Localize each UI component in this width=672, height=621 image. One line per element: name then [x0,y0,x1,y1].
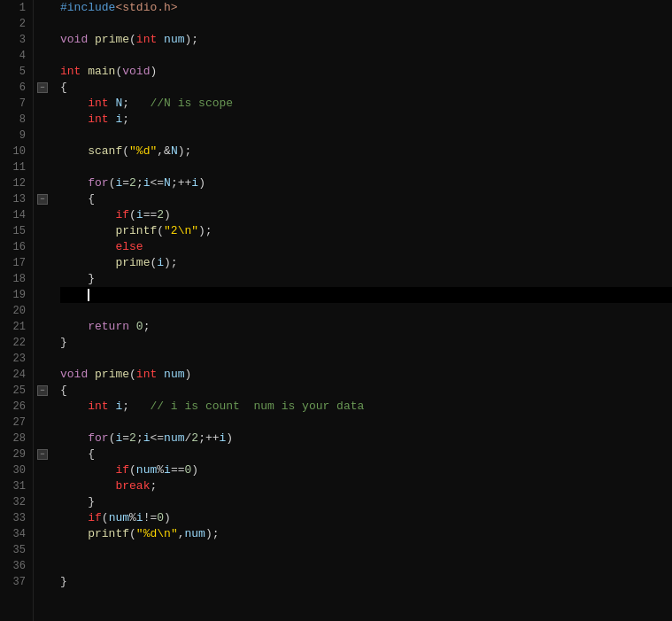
fold-gutter-cell [34,48,51,64]
token-punct: ) [150,65,157,78]
token-plain [60,495,88,508]
token-plain [60,176,88,190]
line-number: 7 [7,96,26,112]
code-line: int i; // i is count num is your data [60,399,672,415]
fold-gutter-cell [34,64,51,80]
token-plain [129,320,136,333]
code-line: void prime(int num); [60,32,672,48]
token-plain [60,224,115,237]
token-punct: } [88,272,95,285]
line-number: 32 [7,494,26,510]
token-punct: ); [205,527,220,540]
token-punct: } [88,495,95,508]
token-plain [60,463,115,477]
code-line: int i; [60,112,672,128]
token-punct: ); [164,256,178,269]
fold-button[interactable]: − [37,82,48,93]
token-punct: ) [226,431,233,445]
token-num: 2 [129,431,136,445]
token-fn-name: scanf [88,144,122,158]
token-kw-int: int [136,33,157,46]
token-comment: //N is scope [150,97,233,110]
line-number: 23 [7,351,26,367]
text-cursor [88,289,89,301]
code-editor[interactable]: 1234567891011121314151617181920212223242… [0,0,672,621]
line-number: 4 [7,48,26,64]
code-line [60,287,672,303]
fold-gutter-cell [34,175,51,191]
token-punct: ) [191,463,198,477]
fold-gutter-cell [34,159,51,175]
token-kw-for: for [88,431,108,445]
code-line [60,159,672,175]
line-number: 14 [7,207,26,223]
token-param: num [136,463,157,477]
token-punct: ; [136,176,143,190]
fold-gutter-cell: − [34,80,51,96]
fold-button[interactable]: − [37,385,48,396]
fold-gutter-cell [34,96,51,112]
token-param: num [164,431,184,445]
code-line: } [60,271,672,287]
token-var-name: i [157,256,164,269]
token-plain [60,400,88,413]
fold-gutter-cell [34,319,51,335]
line-number: 6 [7,80,26,96]
fold-gutter-cell [34,0,51,16]
token-plain [60,431,88,445]
line-number: 27 [7,415,26,431]
code-line [60,351,672,367]
token-str: " [171,527,178,540]
token-kw-for: for [88,176,108,190]
fold-gutter-cell [34,32,51,48]
token-punct: ( [102,511,109,524]
token-plain [60,97,88,110]
fold-gutter-cell [34,351,51,367]
token-num: 0 [136,320,143,333]
fold-gutter-cell [34,558,51,574]
fold-gutter-cell: − [34,446,51,462]
code-line: break; [60,478,672,494]
token-plain [60,192,88,206]
token-punct: { [60,81,67,94]
line-number: 17 [7,255,26,271]
code-line: #include<stdio.h> [60,0,672,16]
fold-button[interactable]: − [37,449,48,460]
token-punct: = [122,431,129,445]
token-var-name: i [164,463,171,477]
line-number: 9 [7,128,26,144]
token-punct: ) [198,176,205,190]
line-numbers: 1234567891011121314151617181920212223242… [0,0,34,621]
code-line: return 0; [60,319,672,335]
token-punct: != [143,511,158,524]
line-number: 36 [7,558,26,574]
token-plain [60,272,88,285]
token-plain [60,320,88,333]
token-num: 2 [157,208,164,221]
token-fn-name: prime [95,33,129,46]
fold-gutter-cell [34,431,51,446]
line-number: 13 [7,191,26,207]
line-number: 21 [7,319,26,335]
token-comment: // i is count num is your data [150,400,364,413]
fold-button[interactable]: − [37,194,48,205]
code-line: { [60,191,672,207]
fold-gutter-cell [34,271,51,287]
token-var-name: N [171,144,178,158]
token-plain [60,447,88,461]
token-kw-break: break [115,479,150,493]
fold-gutter-cell [34,255,51,271]
token-plain [60,511,88,524]
code-line: for(i=2;i<=N;++i) [60,175,672,191]
token-str: %d\n [143,527,171,540]
token-punct: <= [151,431,165,445]
code-line: } [60,574,672,590]
line-number: 34 [7,526,26,542]
fold-gutter-cell: − [34,191,51,207]
line-number: 1 [7,0,26,16]
token-plain [60,113,88,126]
code-line: scanf("%d",&N); [60,144,672,159]
line-number: 28 [7,431,26,446]
token-punct: ( [122,144,129,158]
code-line: { [60,446,672,462]
